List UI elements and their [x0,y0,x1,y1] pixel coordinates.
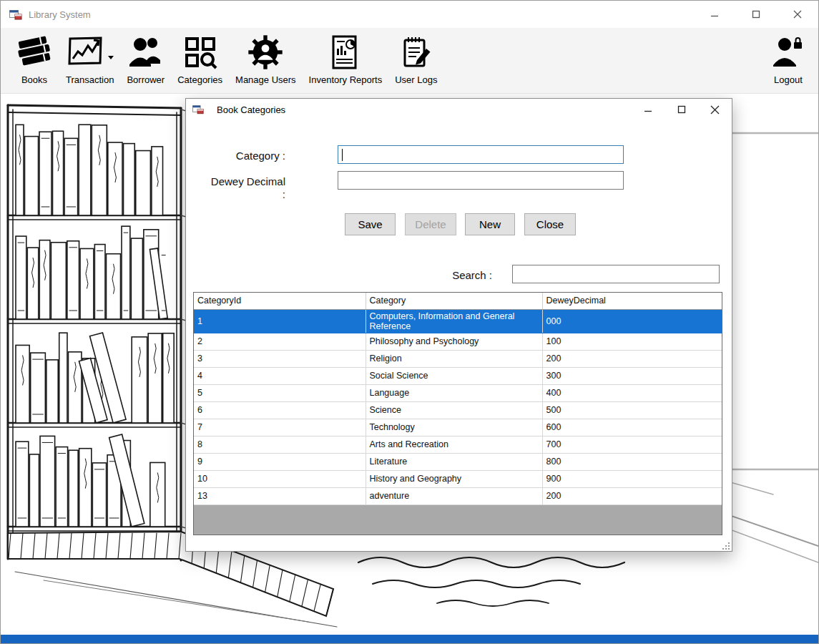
close-dialog-button[interactable]: Close [524,213,576,235]
grid-cell[interactable]: 200 [542,487,722,504]
grid-header-row: CategoryIdCategoryDeweyDecimal [194,293,722,309]
maximize-button[interactable] [735,1,777,28]
grid-row[interactable]: 10History and Geography900 [194,470,722,487]
delete-button[interactable]: Delete [405,213,456,235]
main-titlebar: Library System [1,1,818,28]
grid-cell[interactable]: 8 [194,436,366,453]
grid-cell[interactable]: 10 [194,470,366,487]
category-grid-table: CategoryIdCategoryDeweyDecimal 1Computer… [194,293,722,505]
toolbar-item-transaction[interactable]: Transaction [66,31,114,85]
grid-cell[interactable]: 1 [194,309,366,333]
grid-cell[interactable]: Social Science [366,367,542,384]
toolbar-item-borrower[interactable]: Borrower [127,31,165,85]
dialog-window-controls [631,99,732,120]
grid-cell[interactable]: 400 [542,384,722,401]
grid-cell[interactable]: Religion [366,350,542,367]
grid-cell[interactable]: Literature [366,453,542,470]
toolbar-label: Inventory Reports [309,74,383,85]
grid-cell[interactable]: adventure [366,487,542,504]
grid-cell[interactable]: 6 [194,401,366,419]
categories-icon [182,34,219,71]
grid-cell[interactable]: 800 [542,453,722,470]
toolbar-label: Books [21,74,47,85]
transaction-icon [67,34,105,71]
grid-cell[interactable]: 7 [194,419,366,436]
books-icon [16,34,53,71]
grid-header-cell[interactable]: CategoryId [194,293,366,309]
grid-cell[interactable]: Science [366,401,542,419]
grid-cell[interactable]: History and Geography [366,470,542,487]
new-button[interactable]: New [465,213,515,235]
toolbar: Books Transaction [1,28,818,94]
grid-cell[interactable]: Philosophy and Psychology [366,333,542,350]
grid-cell[interactable]: 4 [194,367,366,384]
dewey-decimal-input[interactable] [338,171,624,190]
grid-row[interactable]: 3Religion200 [194,350,722,367]
grid-row[interactable]: 1Computers, Information and General Refe… [194,309,722,333]
search-input[interactable] [512,265,720,283]
toolbar-item-books[interactable]: Books [16,31,53,85]
minimize-icon [644,105,652,114]
grid-cell[interactable]: 13 [194,487,366,504]
grid-row[interactable]: 13adventure200 [194,487,722,504]
grid-cell[interactable]: 300 [542,367,722,384]
main-window: Library System [0,0,819,644]
grid-cell[interactable]: 2 [194,333,366,350]
minimize-icon [710,10,719,19]
window-title: Library System [29,9,91,20]
grid-row[interactable]: 2Philosophy and Psychology100 [194,333,722,350]
toolbar-item-user-logs[interactable]: User Logs [395,31,437,85]
grid-cell[interactable]: 200 [542,350,722,367]
grid-cell[interactable]: 100 [542,333,722,350]
grid-cell[interactable]: 500 [542,401,722,419]
grid-cell[interactable]: Technology [366,419,542,436]
grid-cell[interactable]: 600 [542,419,722,436]
logout-icon [770,34,807,71]
maximize-icon [752,10,760,19]
grid-row[interactable]: 4Social Science300 [194,367,722,384]
grid-row[interactable]: 9Literature800 [194,453,722,470]
grid-cell[interactable]: 9 [194,453,366,470]
dialog-title: Book Categories [217,104,285,115]
grid-cell[interactable]: 3 [194,350,366,367]
resize-grip[interactable] [721,540,730,550]
grid-row[interactable]: 6Science500 [194,401,722,419]
user-logs-icon [398,34,435,71]
toolbar-item-inventory-reports[interactable]: Inventory Reports [309,31,383,85]
grid-row[interactable]: 5Language400 [194,384,722,401]
save-button[interactable]: Save [345,213,396,235]
grid-cell[interactable]: Language [366,384,542,401]
close-icon [793,10,802,19]
dialog-maximize-button[interactable] [664,99,698,120]
category-input[interactable] [338,145,624,164]
bottom-accent-strip [1,635,818,643]
grid-cell[interactable]: 700 [542,436,722,453]
grid-row[interactable]: 7Technology600 [194,419,722,436]
dewey-decimal-label: Dewey Decimal : [207,175,285,201]
grid-header-cell[interactable]: Category [366,293,542,309]
minimize-button[interactable] [694,1,735,28]
grid-cell[interactable]: 900 [542,470,722,487]
toolbar-item-logout[interactable]: Logout [770,31,807,85]
grid-cell[interactable]: Arts and Recreation [366,436,542,453]
category-grid-body: 1Computers, Information and General Refe… [194,309,722,504]
close-icon [710,105,720,114]
grid-cell[interactable]: 5 [194,384,366,401]
dialog-close-button[interactable] [698,99,732,120]
toolbar-label: Transaction [66,74,114,85]
grid-cell[interactable]: Computers, Information and General Refer… [366,309,542,333]
grid-row[interactable]: 8Arts and Recreation700 [194,436,722,453]
grid-header-cell[interactable]: DeweyDecimal [542,293,722,309]
transaction-dropdown-arrow[interactable] [108,49,114,62]
toolbar-item-manage-users[interactable]: Manage Users [235,31,296,85]
text-caret [342,149,343,161]
toolbar-item-categories[interactable]: Categories [177,31,222,85]
manage-users-icon [245,32,285,72]
dialog-icon [192,104,205,115]
dialog-minimize-button[interactable] [631,99,664,120]
borrower-icon [127,34,165,71]
app-icon [9,9,22,20]
grid-cell[interactable]: 000 [542,309,722,333]
close-button[interactable] [777,1,818,28]
dialog-titlebar: Book Categories [186,99,732,120]
